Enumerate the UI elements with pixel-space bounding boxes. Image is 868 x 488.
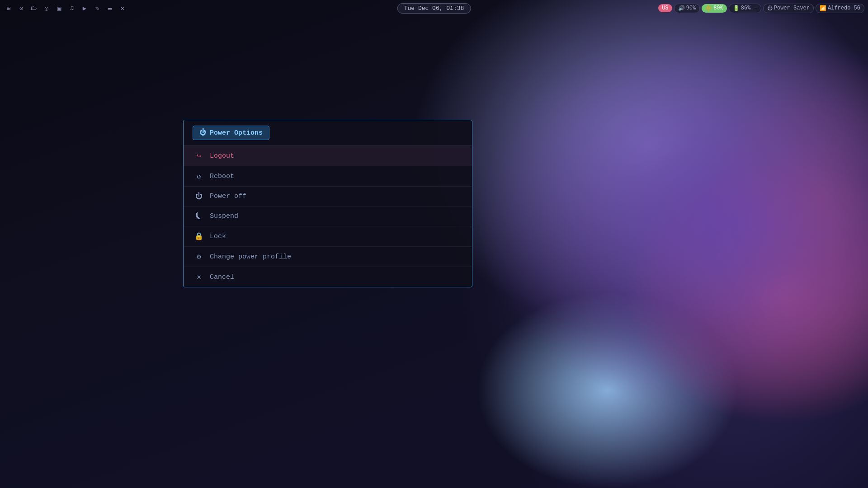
lock-icon: 🔒 [194, 232, 203, 241]
notes-icon[interactable]: ▬ [105, 3, 115, 13]
power-mode-badge[interactable]: ⏻ Power Saver [763, 4, 814, 13]
cancel-icon: ✕ [194, 272, 203, 282]
suspend-button[interactable]: ⏾ Suspend [184, 206, 472, 226]
dialog-title: ⏻ Power Options [193, 126, 269, 140]
clock-display: Tue Dec 06, 01:38 [397, 3, 471, 14]
battery-badge[interactable]: 🔋 86% – [729, 4, 761, 13]
keyboard-label: US [662, 5, 668, 11]
cancel-button[interactable]: ✕ Cancel [184, 267, 472, 287]
topbar: ⊞ ⊙ 🗁 ◎ ▣ ♫ ▶ ✎ ▬ ✕ Tue Dec 06, 01:38 US… [0, 0, 868, 16]
firefox-icon[interactable]: ◎ [42, 3, 52, 13]
brightness-label: 80% [713, 5, 723, 11]
dialog-title-bar: ⏻ Power Options [184, 120, 472, 146]
logout-label: Logout [210, 152, 234, 160]
wifi-label: Alfredo 5G [828, 5, 860, 11]
change-power-profile-button[interactable]: ⚙ Change power profile [184, 247, 472, 267]
brightness-badge[interactable]: 🔆 80% [702, 4, 727, 13]
reboot-icon: ↺ [194, 172, 203, 181]
clock-area: Tue Dec 06, 01:38 [397, 4, 471, 12]
power-icon: ⏻ [199, 129, 206, 137]
reboot-button[interactable]: ↺ Reboot [184, 166, 472, 187]
dialog-title-text: Power Options [210, 129, 263, 137]
volume-badge[interactable]: 🔊 90% [674, 4, 700, 13]
logout-icon: ↪ [194, 151, 203, 160]
power-profile-icon: ⚙ [194, 252, 203, 261]
poweroff-icon: ⏻ [194, 192, 203, 201]
battery-label: 86% – [741, 5, 757, 11]
brightness-icon: 🔆 [705, 5, 712, 12]
status-area: US 🔊 90% 🔆 80% 🔋 86% – ⏻ Power Saver 📶 A… [658, 4, 864, 13]
x-icon[interactable]: ✕ [118, 3, 127, 13]
reboot-label: Reboot [210, 173, 234, 180]
power-options-dialog: ⏻ Power Options ↪ Logout ↺ Reboot ⏻ Powe… [183, 120, 472, 287]
poweroff-button[interactable]: ⏻ Power off [184, 187, 472, 206]
volume-label: 90% [686, 5, 696, 11]
suspend-icon: ⏾ [194, 212, 203, 221]
edit-icon[interactable]: ✎ [92, 3, 102, 13]
arch-icon[interactable]: ⊙ [16, 3, 26, 13]
chat-icon[interactable]: ▣ [54, 3, 64, 13]
power-profile-label: Change power profile [210, 253, 291, 261]
volume-icon: 🔊 [678, 5, 685, 12]
keyboard-badge[interactable]: US [658, 4, 672, 12]
video-icon[interactable]: ▶ [80, 3, 90, 13]
grid-icon[interactable]: ⊞ [4, 3, 14, 13]
power-saver-icon: ⏻ [767, 5, 773, 12]
wifi-badge[interactable]: 📶 Alfredo 5G [816, 4, 864, 13]
music-icon[interactable]: ♫ [67, 3, 77, 13]
folder-icon[interactable]: 🗁 [29, 3, 39, 13]
power-mode-label: Power Saver [774, 5, 810, 11]
suspend-label: Suspend [210, 212, 238, 220]
logout-button[interactable]: ↪ Logout [184, 146, 472, 166]
cancel-label: Cancel [210, 273, 234, 281]
topbar-app-icons: ⊞ ⊙ 🗁 ◎ ▣ ♫ ▶ ✎ ▬ ✕ [4, 3, 127, 13]
battery-icon: 🔋 [733, 5, 740, 12]
lock-button[interactable]: 🔒 Lock [184, 226, 472, 247]
poweroff-label: Power off [210, 192, 246, 200]
wifi-icon: 📶 [820, 5, 826, 12]
lock-label: Lock [210, 233, 226, 240]
